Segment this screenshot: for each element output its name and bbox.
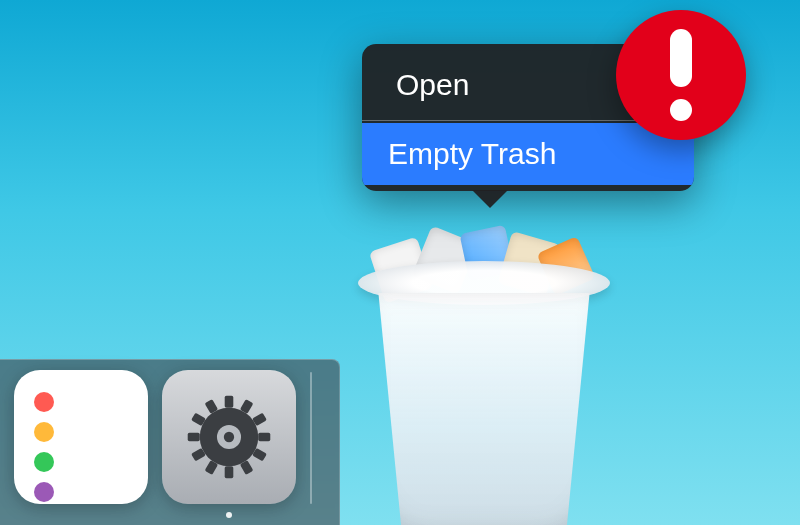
svg-rect-1 — [225, 396, 234, 408]
exclamation-icon — [670, 29, 692, 121]
svg-rect-7 — [225, 466, 234, 478]
alert-badge — [616, 10, 746, 140]
dock-trash[interactable] — [350, 215, 618, 525]
dock-app-reminders[interactable] — [14, 370, 148, 504]
dock — [0, 359, 340, 525]
menu-item-empty-trash[interactable]: Empty Trash — [362, 123, 694, 185]
reminders-icon — [34, 392, 54, 502]
menu-pointer-icon — [472, 190, 508, 208]
svg-point-14 — [224, 432, 234, 442]
menu-item-label: Open — [396, 68, 469, 102]
gear-icon — [186, 394, 272, 480]
dock-app-settings[interactable] — [162, 370, 296, 504]
running-indicator — [226, 512, 232, 518]
svg-rect-10 — [188, 433, 200, 442]
svg-rect-4 — [258, 433, 270, 442]
dock-divider — [310, 372, 312, 504]
trash-bin-icon — [364, 293, 604, 525]
menu-item-label: Empty Trash — [388, 137, 556, 171]
